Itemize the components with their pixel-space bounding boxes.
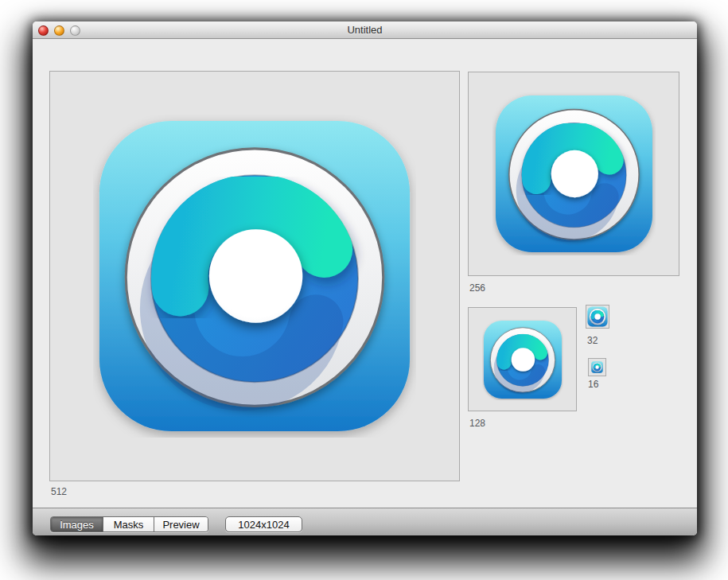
preview-well-128[interactable]: [468, 307, 577, 411]
window-title: Untitled: [33, 24, 697, 36]
app-window: Untitled 512 256 128 32 16: [33, 21, 697, 535]
size-label-256: 256: [469, 282, 485, 294]
preview-well-16[interactable]: [588, 358, 606, 376]
tab-preview[interactable]: Preview: [154, 517, 208, 531]
size-label-16: 16: [588, 379, 598, 390]
tab-masks[interactable]: Masks: [103, 517, 154, 531]
preview-well-32[interactable]: [586, 305, 609, 329]
app-icon-preview-32: [587, 306, 608, 327]
preview-well-256[interactable]: [468, 72, 679, 276]
app-icon-preview-256: [492, 92, 656, 255]
preview-well-512[interactable]: [49, 71, 460, 481]
tab-images[interactable]: Images: [51, 517, 103, 531]
bottom-toolbar: Images Masks Preview 1024x1024: [33, 508, 697, 535]
size-label-32: 32: [587, 335, 598, 346]
app-icon-preview-512: [93, 115, 416, 438]
title-bar[interactable]: Untitled: [33, 21, 697, 39]
desktop-background: Untitled 512 256 128 32 16: [0, 0, 728, 580]
size-label-128: 128: [469, 418, 485, 429]
size-1024-button[interactable]: 1024x1024: [225, 516, 302, 532]
document-canvas: 512 256 128 32 16: [33, 39, 697, 508]
view-mode-segmented-control: Images Masks Preview: [50, 516, 208, 532]
app-icon-preview-16: [591, 361, 603, 373]
size-label-512: 512: [51, 486, 67, 497]
app-icon-preview-128: [482, 319, 563, 400]
